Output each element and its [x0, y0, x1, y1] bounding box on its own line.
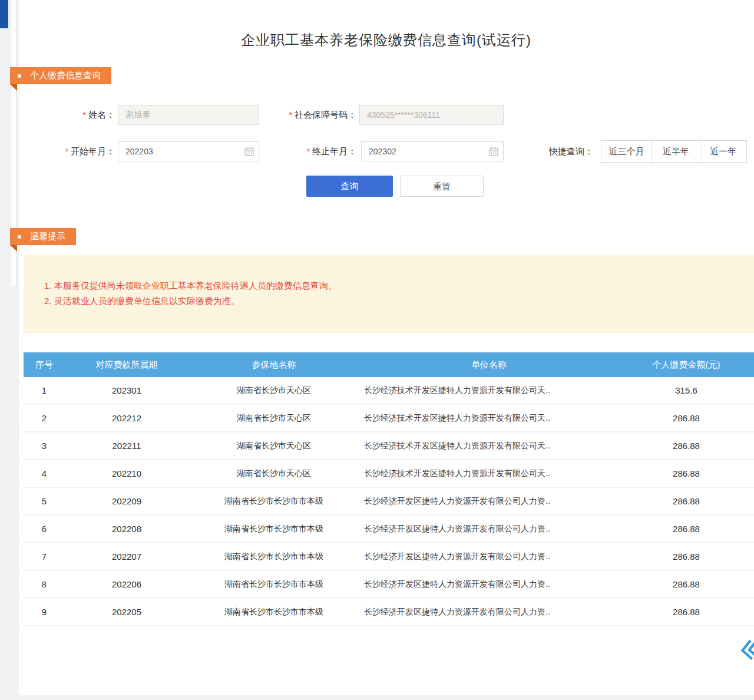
cell-company: 长沙经济开发区捷特人力资源开发有限公司人力资.. [359, 579, 619, 590]
cell-region: 湖南省长沙市天心区 [188, 385, 359, 396]
cell-company: 长沙经济开发区捷特人力资源开发有限公司人力资.. [359, 607, 619, 618]
quick-btn-oneyear[interactable]: 近一年 [700, 140, 747, 163]
start-date-label: *开始年月： [35, 141, 115, 161]
ssn-label: *社会保障号码： [259, 105, 356, 125]
table-row: 3 202211 湖南省长沙市天心区 长沙经济技术开发区捷特人力资源开发有限公司… [24, 432, 754, 460]
cell-amount: 286.88 [619, 468, 754, 478]
cell-amount: 286.88 [619, 552, 754, 562]
cell-company: 长沙经济开发区捷特人力资源开发有限公司人力资.. [359, 552, 619, 562]
cell-company: 长沙经济技术开发区捷特人力资源开发有限公司天.. [359, 413, 619, 424]
cell-period: 202208 [65, 524, 188, 534]
end-date-field[interactable] [361, 141, 504, 161]
cell-index: 8 [24, 579, 65, 589]
cell-region: 湖南省长沙市长沙市市本级 [188, 607, 359, 618]
cell-index: 3 [24, 441, 65, 451]
table-row: 4 202210 湖南省长沙市天心区 长沙经济技术开发区捷特人力资源开发有限公司… [24, 460, 754, 488]
table-header-index: 序号 [24, 359, 65, 371]
cell-region: 湖南省长沙市长沙市市本级 [188, 496, 359, 507]
required-asterisk: * [289, 110, 292, 120]
page-title: 企业职工基本养老保险缴费信息查询(试运行) [18, 31, 754, 49]
table-header-company: 单位名称 [359, 359, 619, 371]
cell-region: 湖南省长沙市天心区 [188, 441, 359, 451]
notice-line-1: 1. 本服务仅提供尚未领取企业职工基本养老保险待遇人员的缴费信息查询。 [44, 278, 742, 293]
table-row: 7 202207 湖南省长沙市长沙市市本级 长沙经济开发区捷特人力资源开发有限公… [24, 543, 754, 571]
cell-index: 7 [24, 552, 65, 562]
cell-amount: 286.88 [619, 441, 754, 451]
cell-period: 202209 [65, 496, 188, 506]
cell-period: 202207 [65, 552, 188, 562]
cell-index: 1 [24, 385, 65, 395]
notice-line-2: 2. 灵活就业人员的缴费单位信息以实际缴费为准。 [44, 293, 742, 309]
calendar-icon[interactable] [489, 147, 498, 156]
section-badge-label: 个人缴费信息查询 [30, 70, 101, 81]
double-chevron-left-icon[interactable] [736, 635, 754, 664]
table-row: 1 202301 湖南省长沙市天心区 长沙经济技术开发区捷特人力资源开发有限公司… [24, 377, 754, 405]
table-row: 2 202212 湖南省长沙市天心区 长沙经济技术开发区捷特人力资源开发有限公司… [24, 405, 754, 432]
section-badge-personal-query: 个人缴费信息查询 [10, 67, 111, 84]
cell-index: 5 [24, 496, 65, 506]
cell-index: 6 [24, 524, 65, 534]
cell-period: 202212 [65, 413, 188, 423]
cell-amount: 286.88 [619, 607, 754, 617]
table-header-amount: 个人缴费金额(元) [619, 359, 754, 371]
cell-period: 202301 [65, 385, 188, 395]
cell-company: 长沙经济开发区捷特人力资源开发有限公司人力资.. [359, 524, 619, 534]
cell-region: 湖南省长沙市天心区 [188, 413, 359, 424]
table-row: 6 202208 湖南省长沙市长沙市市本级 长沙经济开发区捷特人力资源开发有限公… [24, 516, 754, 543]
cell-index: 4 [24, 468, 65, 478]
table-header-region: 参保地名称 [188, 359, 359, 371]
table-body: 1 202301 湖南省长沙市天心区 长沙经济技术开发区捷特人力资源开发有限公司… [24, 377, 754, 626]
reset-button[interactable]: 重置 [400, 176, 484, 197]
table-header-period: 对应费款所属期 [65, 359, 188, 371]
required-asterisk: * [83, 110, 86, 120]
end-date-label: *终止年月： [268, 141, 356, 161]
notice-box: 1. 本服务仅提供尚未领取企业职工基本养老保险待遇人员的缴费信息查询。 2. 灵… [24, 255, 754, 333]
end-date-wrap [361, 141, 504, 161]
start-date-field[interactable] [118, 141, 259, 161]
ssn-field [359, 105, 504, 125]
query-button[interactable]: 查询 [306, 176, 393, 197]
section-badge-label: 温馨提示 [30, 231, 65, 242]
cell-index: 9 [24, 607, 65, 617]
cell-company: 长沙经济开发区捷特人力资源开发有限公司人力资.. [359, 496, 619, 507]
bullet-dot-icon [18, 235, 21, 239]
name-label: *姓名： [35, 105, 115, 125]
quick-btn-halfyear[interactable]: 近半年 [652, 140, 700, 163]
cell-region: 湖南省长沙市长沙市市本级 [188, 552, 359, 562]
cell-index: 2 [24, 413, 65, 423]
cell-period: 202206 [65, 579, 188, 589]
results-table: 序号 对应费款所属期 参保地名称 单位名称 个人缴费金额(元) 1 202301… [24, 352, 754, 626]
cell-company: 长沙经济技术开发区捷特人力资源开发有限公司天.. [359, 468, 619, 479]
page: 企业职工基本养老保险缴费信息查询(试运行) 个人缴费信息查询 *姓名： *社会保… [0, 0, 754, 700]
name-field [118, 105, 259, 125]
cell-period: 202210 [65, 468, 188, 478]
start-date-wrap [118, 141, 259, 161]
quick-query-label: 快捷查询： [549, 140, 597, 163]
cell-company: 长沙经济技术开发区捷特人力资源开发有限公司天.. [359, 441, 619, 451]
cell-amount: 315.6 [619, 385, 754, 395]
required-asterisk: * [307, 147, 310, 156]
required-asterisk: * [65, 147, 68, 156]
cell-region: 湖南省长沙市长沙市市本级 [188, 524, 359, 534]
section-badge-tips: 温馨提示 [10, 228, 76, 245]
corner-tab [0, 0, 8, 28]
cell-amount: 286.88 [619, 496, 754, 506]
bullet-dot-icon [18, 74, 21, 78]
cell-amount: 286.88 [619, 413, 754, 423]
cell-region: 湖南省长沙市长沙市市本级 [188, 579, 359, 590]
cell-region: 湖南省长沙市天心区 [188, 468, 359, 479]
cell-amount: 286.88 [619, 524, 754, 534]
cell-amount: 286.88 [619, 579, 754, 589]
calendar-icon[interactable] [244, 147, 254, 156]
table-row: 5 202209 湖南省长沙市长沙市市本级 长沙经济开发区捷特人力资源开发有限公… [24, 488, 754, 516]
table-header-row: 序号 对应费款所属期 参保地名称 单位名称 个人缴费金额(元) [24, 352, 754, 377]
table-row: 9 202205 湖南省长沙市长沙市市本级 长沙经济开发区捷特人力资源开发有限公… [24, 599, 754, 626]
cell-period: 202205 [65, 607, 188, 617]
table-row: 8 202206 湖南省长沙市长沙市市本级 长沙经济开发区捷特人力资源开发有限公… [24, 571, 754, 599]
quick-btn-3months[interactable]: 近三个月 [601, 140, 652, 163]
cell-company: 长沙经济技术开发区捷特人力资源开发有限公司天.. [359, 385, 619, 396]
cell-period: 202211 [65, 441, 188, 451]
